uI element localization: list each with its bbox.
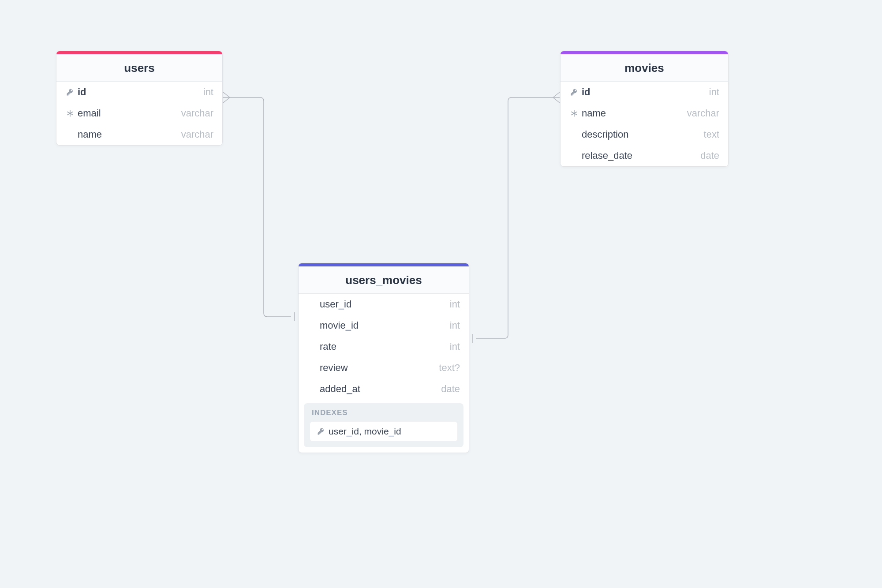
- diagram-canvas[interactable]: users id int email varchar name varchar …: [0, 0, 882, 588]
- column-type: text?: [439, 362, 460, 374]
- column-type: int: [203, 86, 213, 98]
- column-name: added_at: [320, 383, 441, 395]
- index-text: user_id, movie_id: [329, 426, 401, 437]
- column-row[interactable]: movie_id int: [299, 315, 469, 336]
- column-name: id: [582, 86, 709, 98]
- column-type: varchar: [181, 129, 213, 140]
- column-name: id: [78, 86, 203, 98]
- column-row[interactable]: user_id int: [299, 294, 469, 315]
- table-users[interactable]: users id int email varchar name varchar: [56, 51, 223, 146]
- column-name: name: [582, 108, 687, 119]
- column-type: int: [709, 86, 719, 98]
- column-type: int: [450, 299, 460, 310]
- column-row[interactable]: added_at date: [299, 378, 469, 400]
- column-type: varchar: [181, 108, 213, 119]
- svg-line-6: [553, 97, 560, 103]
- column-type: date: [441, 383, 460, 395]
- column-row[interactable]: email varchar: [56, 103, 222, 124]
- indexes-heading: INDEXES: [312, 408, 457, 417]
- snowflake-icon: [65, 109, 75, 117]
- svg-line-2: [223, 97, 230, 103]
- column-row[interactable]: relase_date date: [561, 145, 728, 166]
- column-name: name: [78, 129, 181, 140]
- column-type: varchar: [687, 108, 719, 119]
- svg-line-4: [553, 92, 560, 97]
- column-name: email: [78, 108, 181, 119]
- column-row[interactable]: review text?: [299, 357, 469, 378]
- column-row[interactable]: rate int: [299, 336, 469, 357]
- table-movies[interactable]: movies id int name varchar description t…: [560, 51, 729, 167]
- snowflake-icon: [569, 109, 579, 117]
- key-icon: [569, 88, 579, 96]
- key-icon: [65, 88, 75, 96]
- table-accent: [561, 51, 728, 54]
- column-name: review: [320, 362, 439, 374]
- column-type: int: [450, 320, 460, 331]
- column-row[interactable]: id int: [561, 82, 728, 103]
- table-accent: [56, 51, 222, 54]
- column-row[interactable]: description text: [561, 124, 728, 145]
- table-title: movies: [561, 54, 728, 82]
- index-item[interactable]: user_id, movie_id: [310, 422, 457, 441]
- column-name: relase_date: [582, 150, 700, 161]
- table-users-movies[interactable]: users_movies user_id int movie_id int ra…: [298, 263, 469, 453]
- column-type: int: [450, 341, 460, 352]
- key-icon: [316, 427, 326, 435]
- column-name: user_id: [320, 299, 450, 310]
- column-type: text: [704, 129, 719, 140]
- table-title: users: [56, 54, 222, 82]
- indexes-section: INDEXES user_id, movie_id: [304, 403, 463, 447]
- column-name: movie_id: [320, 320, 450, 331]
- svg-line-0: [223, 92, 230, 97]
- column-name: description: [582, 129, 704, 140]
- column-row[interactable]: id int: [56, 82, 222, 103]
- column-row[interactable]: name varchar: [561, 103, 728, 124]
- column-row[interactable]: name varchar: [56, 124, 222, 145]
- column-name: rate: [320, 341, 450, 352]
- column-type: date: [700, 150, 719, 161]
- table-accent: [299, 263, 469, 266]
- table-title: users_movies: [299, 266, 469, 294]
